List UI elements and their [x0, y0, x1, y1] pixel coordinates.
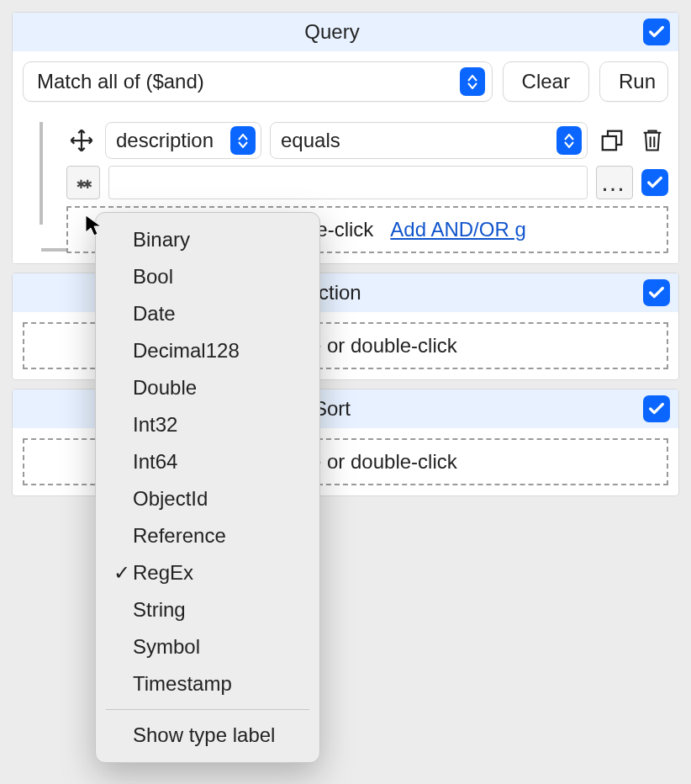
menu-item-symbol[interactable]: Symbol [96, 628, 319, 665]
check-icon [647, 400, 666, 418]
value-input[interactable] [108, 166, 588, 199]
clear-label: Clear [522, 70, 570, 93]
field-value: description [116, 129, 214, 152]
match-mode-select[interactable]: Match all of ($and) [23, 61, 493, 102]
menu-label: Binary [133, 228, 190, 252]
menu-item-decimal128[interactable]: Decimal128 [96, 332, 319, 369]
menu-item-int32[interactable]: Int32 [96, 406, 319, 443]
checkmark-icon: ✓ [111, 561, 133, 585]
tree-vertical-line [40, 122, 43, 225]
menu-label: Timestamp [133, 672, 232, 696]
menu-item-date[interactable]: Date [96, 295, 319, 332]
menu-item-regex[interactable]: ✓RegEx [96, 554, 319, 591]
condition-enabled-checkbox[interactable] [641, 169, 668, 196]
menu-item-int64[interactable]: Int64 [96, 443, 319, 480]
menu-label: Int64 [133, 450, 177, 474]
menu-label: RegEx [133, 561, 193, 585]
type-picker-button[interactable]: ✱✱ [66, 166, 100, 199]
query-enabled-checkbox[interactable] [643, 19, 670, 45]
svg-rect-1 [603, 136, 616, 150]
query-header: Query [13, 13, 678, 51]
value-row: ✱✱ … [66, 166, 668, 199]
menu-label: Reference [133, 524, 226, 548]
run-button[interactable]: Run [599, 61, 668, 102]
trash-icon[interactable] [636, 124, 668, 156]
menu-label: Bool [133, 265, 173, 289]
projection-enabled-checkbox[interactable] [643, 279, 670, 306]
menu-label: Double [133, 376, 197, 400]
sort-enabled-checkbox[interactable] [643, 395, 670, 422]
condition-row: description equals [66, 122, 668, 159]
run-label: Run [619, 70, 656, 93]
menu-label: Int32 [133, 413, 177, 437]
stepper-icon [556, 126, 582, 155]
field-select[interactable]: description [105, 122, 261, 159]
check-icon [647, 23, 666, 41]
type-menu: Binary Bool Date Decimal128 Double Int32… [95, 212, 320, 763]
menu-item-objectid[interactable]: ObjectId [96, 480, 319, 517]
menu-item-double[interactable]: Double [96, 369, 319, 406]
menu-label: Date [133, 302, 176, 326]
query-toolbar: Match all of ($and) Clear Run [23, 61, 668, 102]
menu-item-binary[interactable]: Binary [96, 221, 319, 258]
menu-label: Symbol [133, 635, 200, 659]
match-mode-label: Match all of ($and) [37, 70, 204, 93]
stepper-icon [230, 126, 256, 155]
menu-label: Decimal128 [133, 339, 240, 363]
menu-item-bool[interactable]: Bool [96, 258, 319, 295]
menu-item-timestamp[interactable]: Timestamp [96, 665, 319, 702]
menu-separator [106, 709, 309, 710]
check-icon [646, 173, 664, 192]
tree-branch-line [41, 248, 66, 252]
operator-select[interactable]: equals [270, 122, 588, 159]
add-group-link[interactable]: Add AND/OR g [390, 218, 525, 241]
menu-label: String [133, 598, 186, 622]
menu-item-show-type-label[interactable]: Show type label [96, 717, 319, 754]
query-title: Query [21, 20, 643, 44]
move-icon[interactable] [66, 125, 97, 156]
operator-value: equals [281, 129, 340, 152]
menu-label: Show type label [133, 723, 275, 747]
more-button[interactable]: … [596, 166, 633, 199]
menu-item-reference[interactable]: Reference [96, 517, 319, 554]
menu-item-string[interactable]: String [96, 591, 319, 628]
duplicate-icon[interactable] [596, 124, 628, 156]
stepper-icon [460, 67, 485, 96]
clear-button[interactable]: Clear [503, 61, 589, 102]
check-icon [647, 283, 666, 302]
menu-label: ObjectId [133, 487, 208, 511]
